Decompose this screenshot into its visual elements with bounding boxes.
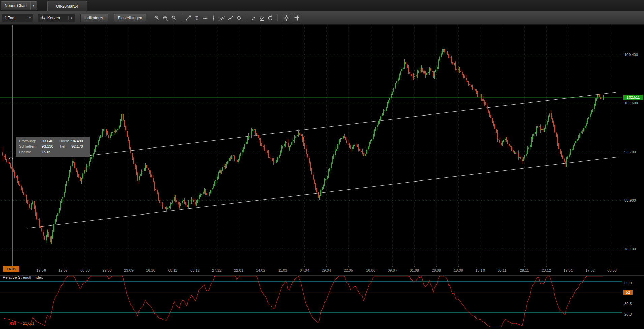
svg-text:12.07: 12.07 xyxy=(58,268,68,272)
toolbar-separator xyxy=(181,14,181,21)
timeframe-select[interactable]: 1 Tag ▾ xyxy=(2,14,33,22)
svg-text:13.10: 13.10 xyxy=(475,268,485,272)
zoom-in-icon[interactable] xyxy=(153,14,161,22)
polyline-tool-icon[interactable] xyxy=(226,14,235,22)
grid-icon xyxy=(294,15,300,21)
svg-text:08.11: 08.11 xyxy=(168,268,177,272)
ohlc-tooltip: Eröffnung:93.640Hoch:94.490 Schließen:93… xyxy=(16,137,90,157)
svg-text:109.400: 109.400 xyxy=(624,53,638,57)
zoom-out-icon[interactable] xyxy=(161,14,170,22)
close-value: 93.130 xyxy=(42,144,59,149)
indicators-button[interactable]: Indikatoren xyxy=(80,14,108,22)
trading-app: Neuer Chart ▾ Oil-20Mar14 1 Tag ▾ Kerzen… xyxy=(0,0,644,329)
svg-text:05.11: 05.11 xyxy=(498,268,507,272)
tooltip-row: Schließen:93.130Tief:92.170 xyxy=(19,144,86,149)
open-value: 93.640 xyxy=(42,138,59,144)
svg-text:93.700: 93.700 xyxy=(624,150,636,154)
new-chart-label: Neuer Chart xyxy=(1,3,30,8)
svg-text:06.08: 06.08 xyxy=(80,268,90,272)
chevron-down-icon: ▾ xyxy=(68,16,75,20)
high-label: Hoch: xyxy=(59,138,71,144)
svg-text:27.12: 27.12 xyxy=(212,268,222,272)
trend-channel-lower xyxy=(27,157,618,228)
toolbar-separator xyxy=(277,14,278,21)
tooltip-row: Eröffnung:93.640Hoch:94.490 xyxy=(19,138,86,144)
svg-text:16.06: 16.06 xyxy=(366,268,375,272)
chart-grid xyxy=(0,25,622,266)
settings-button[interactable]: Einstellungen xyxy=(114,14,146,22)
date-label: Datum: xyxy=(19,149,42,155)
tab-oil-20mar14[interactable]: Oil-20Mar14 xyxy=(47,1,87,11)
zoom-reset-icon[interactable] xyxy=(170,14,178,22)
timeframe-value: 1 Tag xyxy=(2,15,27,20)
svg-text:19.06: 19.06 xyxy=(36,268,46,272)
crosshair-date-badge: 14.05 xyxy=(3,266,19,272)
freehand-tool-icon[interactable] xyxy=(235,14,243,22)
text-tool-icon[interactable]: T xyxy=(193,14,201,22)
tool-icon-bar: T xyxy=(153,14,301,22)
low-value: 92.170 xyxy=(71,144,83,149)
svg-text:29.08: 29.08 xyxy=(102,268,112,272)
chart-type-value: Kerzen xyxy=(45,15,68,20)
candles xyxy=(2,47,604,244)
svg-text:26.08: 26.08 xyxy=(432,268,441,272)
rsi-level-badge: 52 xyxy=(623,290,633,295)
grid-button[interactable] xyxy=(292,14,301,22)
svg-text:23.09: 23.09 xyxy=(124,268,134,272)
chart-toolbar: 1 Tag ▾ Kerzen ▾ Indikatoren Einstellung… xyxy=(0,11,644,25)
svg-text:04.04: 04.04 xyxy=(300,268,309,272)
svg-text:16.10: 16.10 xyxy=(146,268,155,272)
erase-all-icon[interactable] xyxy=(258,14,266,22)
svg-text:22.01: 22.01 xyxy=(234,268,243,272)
svg-text:19.01: 19.01 xyxy=(563,268,573,272)
high-value: 94.490 xyxy=(71,139,83,143)
svg-text:14.02: 14.02 xyxy=(256,268,265,272)
svg-text:85.900: 85.900 xyxy=(624,198,636,202)
date-value: 15.05 xyxy=(42,150,51,154)
rsi-panel-title: Relative Strength Index xyxy=(3,275,43,279)
tab-bar: Neuer Chart ▾ Oil-20Mar14 xyxy=(0,0,644,11)
new-chart-button[interactable]: Neuer Chart ▾ xyxy=(1,1,37,10)
rsi-legend: RSI23.061 xyxy=(9,321,34,325)
chart-type-select[interactable]: Kerzen ▾ xyxy=(38,14,75,22)
svg-text:03.12: 03.12 xyxy=(190,268,200,272)
svg-text:65.9: 65.9 xyxy=(624,281,632,285)
main-chart-canvas[interactable]: 109.400101.60093.70085.90078.10019.0612.… xyxy=(0,25,644,329)
svg-text:18.09: 18.09 xyxy=(453,268,463,272)
close-label: Schließen: xyxy=(19,144,42,149)
svg-text:09.07: 09.07 xyxy=(388,268,397,272)
svg-text:08.03: 08.03 xyxy=(607,268,617,272)
svg-text:101.600: 101.600 xyxy=(624,101,638,105)
rsi-legend-value: 23.061 xyxy=(23,321,34,325)
vertical-line-tool-icon[interactable] xyxy=(209,14,218,22)
crosshair-icon xyxy=(284,15,289,21)
svg-text:78.100: 78.100 xyxy=(624,247,636,251)
svg-text:23.12: 23.12 xyxy=(541,268,551,272)
svg-text:29.04: 29.04 xyxy=(322,268,331,272)
rsi-line xyxy=(4,276,603,327)
tooltip-row: Datum:15.05 xyxy=(19,149,86,155)
rsi-legend-name: RSI xyxy=(9,321,16,325)
trend-channel-tool-icon[interactable] xyxy=(218,14,226,22)
current-price-badge: 102.511 xyxy=(623,95,643,100)
crosshair-button[interactable] xyxy=(282,14,291,22)
refresh-icon[interactable] xyxy=(266,14,274,22)
open-label: Eröffnung: xyxy=(19,138,42,144)
candlestick-icon xyxy=(38,15,45,20)
svg-text:26.3: 26.3 xyxy=(624,312,632,316)
crosshair-marker xyxy=(10,157,13,160)
chevron-down-icon: ▾ xyxy=(27,16,33,20)
chevron-down-icon: ▾ xyxy=(30,2,37,10)
svg-text:39.5: 39.5 xyxy=(624,302,632,306)
horizontal-line-tool-icon[interactable] xyxy=(201,14,209,22)
svg-text:28.11: 28.11 xyxy=(520,268,529,272)
svg-text:17.02: 17.02 xyxy=(585,268,595,272)
toolbar-separator xyxy=(246,14,246,21)
eraser-icon[interactable] xyxy=(249,14,258,22)
svg-text:T: T xyxy=(196,15,199,21)
tab-label: Oil-20Mar14 xyxy=(56,4,78,9)
svg-text:01.08: 01.08 xyxy=(410,268,419,272)
trendline-tool-icon[interactable] xyxy=(184,14,193,22)
svg-text:22.05: 22.05 xyxy=(344,268,353,272)
chart-area: 109.400101.60093.70085.90078.10019.0612.… xyxy=(0,25,644,329)
